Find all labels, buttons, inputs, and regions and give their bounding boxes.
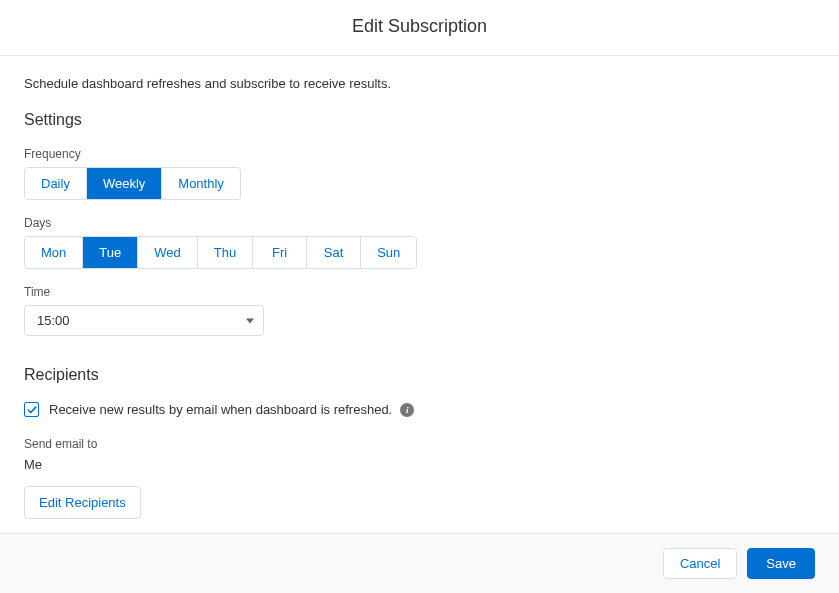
time-select[interactable]: 15:00 — [24, 305, 264, 336]
day-option-wed[interactable]: Wed — [138, 237, 198, 268]
dialog-content: Schedule dashboard refreshes and subscri… — [0, 56, 839, 533]
time-label: Time — [24, 285, 815, 299]
info-icon[interactable]: i — [400, 403, 414, 417]
time-field: Time 15:00 — [24, 285, 815, 336]
days-label: Days — [24, 216, 815, 230]
frequency-button-group: Daily Weekly Monthly — [24, 167, 241, 200]
day-option-fri[interactable]: Fri — [253, 237, 307, 268]
cancel-button[interactable]: Cancel — [663, 548, 737, 579]
send-to-label: Send email to — [24, 437, 815, 451]
day-option-thu[interactable]: Thu — [198, 237, 253, 268]
dialog-footer: Cancel Save — [0, 533, 839, 593]
receive-email-checkbox[interactable] — [24, 402, 39, 417]
frequency-label: Frequency — [24, 147, 815, 161]
settings-heading: Settings — [24, 111, 815, 129]
checkmark-icon — [27, 405, 37, 415]
frequency-field: Frequency Daily Weekly Monthly — [24, 147, 815, 200]
day-option-sun[interactable]: Sun — [361, 237, 416, 268]
recipients-heading: Recipients — [24, 366, 815, 384]
save-button[interactable]: Save — [747, 548, 815, 579]
day-option-tue[interactable]: Tue — [83, 237, 138, 268]
dialog-title: Edit Subscription — [0, 16, 839, 37]
receive-email-row: Receive new results by email when dashbo… — [24, 402, 815, 417]
day-option-sat[interactable]: Sat — [307, 237, 361, 268]
frequency-option-monthly[interactable]: Monthly — [162, 168, 240, 199]
description-text: Schedule dashboard refreshes and subscri… — [24, 76, 815, 91]
day-option-mon[interactable]: Mon — [25, 237, 83, 268]
send-to-value: Me — [24, 457, 815, 472]
frequency-option-weekly[interactable]: Weekly — [87, 168, 162, 199]
days-button-group: Mon Tue Wed Thu Fri Sat Sun — [24, 236, 417, 269]
days-field: Days Mon Tue Wed Thu Fri Sat Sun — [24, 216, 815, 269]
dialog-header: Edit Subscription — [0, 0, 839, 56]
frequency-option-daily[interactable]: Daily — [25, 168, 87, 199]
time-select-wrapper: 15:00 — [24, 305, 264, 336]
recipients-section: Recipients Receive new results by email … — [24, 366, 815, 519]
receive-email-label: Receive new results by email when dashbo… — [49, 402, 392, 417]
edit-recipients-button[interactable]: Edit Recipients — [24, 486, 141, 519]
